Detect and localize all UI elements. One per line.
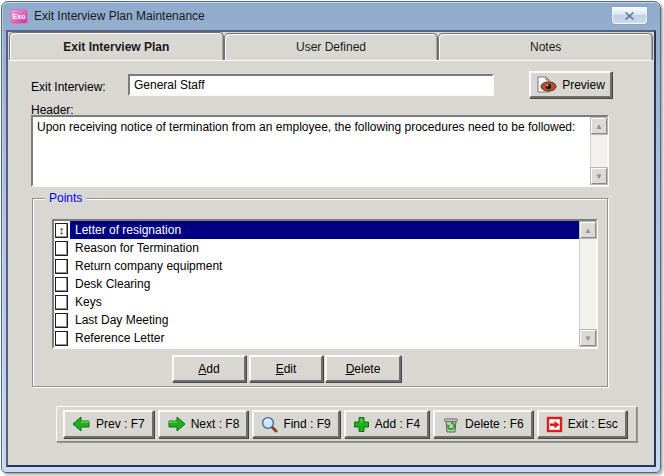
arrow-left-icon: [72, 416, 91, 432]
points-list[interactable]: ↕ Letter of resignation Reason for Termi…: [52, 219, 598, 349]
next-button[interactable]: Next : F8: [158, 410, 249, 438]
close-icon: [625, 12, 634, 20]
app-icon: Exo: [10, 9, 28, 24]
delete-point-button[interactable]: Delete: [325, 355, 401, 382]
add-button-label: Add : F4: [375, 417, 420, 431]
list-item-label: Reason for Termination: [70, 239, 579, 257]
row-drag-handle[interactable]: [55, 331, 68, 346]
list-item[interactable]: Return company equipment: [54, 257, 579, 275]
tab-exit-interview-plan[interactable]: Exit Interview Plan: [9, 32, 224, 60]
row-drag-handle[interactable]: ↕: [55, 223, 68, 238]
titlebar[interactable]: Exo Exit Interview Plan Maintenance: [2, 2, 660, 30]
tab-user-defined[interactable]: User Defined: [224, 33, 439, 60]
header-textarea[interactable]: Upon receiving notice of termination fro…: [31, 115, 609, 187]
find-button[interactable]: Find : F9: [252, 410, 339, 438]
window-title: Exit Interview Plan Maintenance: [34, 9, 205, 23]
exit-button-label: Exit : Esc: [568, 417, 618, 431]
add-button[interactable]: Add : F4: [344, 410, 429, 438]
find-button-label: Find : F9: [283, 417, 330, 431]
list-item-label: Last Day Meeting: [70, 311, 579, 329]
list-item[interactable]: Keys: [54, 293, 579, 311]
list-item[interactable]: Reason for Termination: [54, 239, 579, 257]
list-item[interactable]: Last Day Meeting: [54, 311, 579, 329]
client-area: Exit Interview Plan User Defined Notes E…: [6, 30, 656, 467]
bottom-toolbar: Prev : F7 Next : F8 Find : F9: [56, 406, 637, 442]
tab-notes[interactable]: Notes: [438, 33, 653, 60]
delete-button-label: Delete : F6: [465, 417, 524, 431]
row-drag-handle[interactable]: [55, 313, 68, 328]
exit-interview-label: Exit Interview:: [31, 80, 106, 94]
points-groupbox: Points ↕ Letter of resignation Reason fo…: [32, 198, 608, 387]
magnifier-icon: [261, 416, 278, 433]
list-item-label: Return company equipment: [70, 257, 579, 275]
screen: Exo Exit Interview Plan Maintenance Exit…: [0, 0, 664, 476]
tabstrip: Exit Interview Plan User Defined Notes: [9, 32, 653, 60]
points-scrollbar[interactable]: ▲ ▼: [579, 221, 596, 347]
header-text: Upon receiving notice of termination fro…: [33, 117, 590, 185]
scroll-up-icon[interactable]: ▲: [591, 118, 607, 134]
scroll-down-icon[interactable]: ▼: [591, 168, 607, 184]
header-scrollbar[interactable]: ▲ ▼: [590, 117, 607, 185]
plus-icon: [353, 416, 370, 433]
prev-button[interactable]: Prev : F7: [63, 410, 154, 438]
add-point-button[interactable]: Add: [172, 355, 246, 382]
list-item-label: Desk Clearing: [70, 275, 579, 293]
app-window: Exo Exit Interview Plan Maintenance Exit…: [1, 1, 661, 473]
preview-button[interactable]: Preview: [529, 71, 612, 98]
next-button-label: Next : F8: [191, 417, 240, 431]
close-button[interactable]: [611, 6, 648, 25]
exit-icon: [546, 416, 563, 433]
edit-point-button[interactable]: Edit: [249, 355, 323, 382]
row-drag-handle[interactable]: [55, 241, 68, 256]
preview-button-label: Preview: [562, 78, 605, 92]
trash-recycle-icon: [442, 416, 460, 433]
points-group-label: Points: [45, 191, 86, 205]
exit-button[interactable]: Exit : Esc: [537, 410, 627, 438]
list-item[interactable]: Reference Letter: [54, 329, 579, 347]
points-rows: ↕ Letter of resignation Reason for Termi…: [54, 221, 579, 347]
list-item-label: Keys: [70, 293, 579, 311]
row-drag-handle[interactable]: [55, 295, 68, 310]
scroll-up-icon[interactable]: ▲: [580, 222, 596, 238]
row-drag-handle[interactable]: [55, 259, 68, 274]
list-item[interactable]: ↕ Letter of resignation: [54, 221, 579, 239]
prev-button-label: Prev : F7: [96, 417, 145, 431]
scroll-down-icon[interactable]: ▼: [580, 330, 596, 346]
preview-eye-icon: [536, 76, 557, 94]
list-item[interactable]: Desk Clearing: [54, 275, 579, 293]
exit-interview-input[interactable]: [128, 74, 494, 96]
tab-underline: [9, 60, 653, 61]
delete-button[interactable]: Delete : F6: [433, 410, 533, 438]
list-item-label: Reference Letter: [70, 329, 579, 347]
row-drag-handle[interactable]: [55, 277, 68, 292]
list-item-label: Letter of resignation: [70, 221, 579, 239]
arrow-right-icon: [167, 416, 186, 432]
